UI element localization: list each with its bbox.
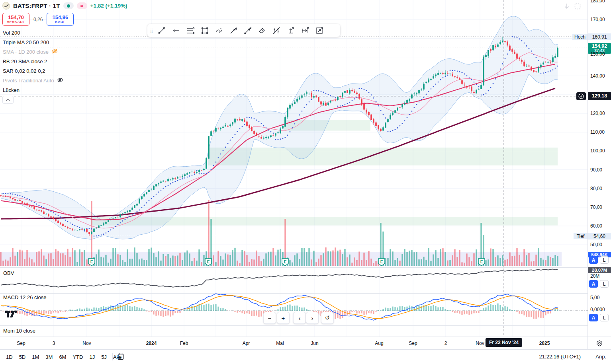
buy-button[interactable]: 154,96KAUF — [47, 13, 74, 26]
crosshair-price-badge: 129,18 — [588, 92, 611, 100]
volume-auto-button[interactable]: A — [589, 256, 598, 264]
legend-item-sar-0-02-0-02-0-2[interactable]: SAR 0,02 0,02 0,2 — [3, 68, 45, 74]
scroll-right-button[interactable]: › — [306, 312, 319, 324]
symbol-title[interactable]: BATS:FRPT · 1T — [13, 2, 60, 9]
mom-pane-title[interactable]: Mom 10 close — [3, 328, 35, 334]
price-tick-140: 140,00 — [590, 73, 605, 79]
svg-text:E: E — [90, 260, 93, 264]
bottom-toolbar: 1D5D1M3M6MYTD1J5JAlle 21:22:16 (UTC+1) A… — [0, 349, 611, 364]
volume-scale-mode: A L — [589, 256, 609, 264]
visibility-eye-off-icon[interactable] — [57, 77, 63, 84]
obv-auto-button[interactable]: A — [589, 280, 598, 288]
arrow-marker-tool-button[interactable] — [241, 25, 255, 36]
legend-item-label: Lücken — [3, 87, 20, 93]
macd-tick-high: 5,00 — [590, 295, 599, 300]
obv-log-button[interactable]: L — [600, 280, 609, 288]
sell-button[interactable]: 154,70VERKAUF — [2, 13, 29, 26]
zoom-in-button[interactable]: + — [277, 312, 290, 324]
brush-tool-button[interactable] — [212, 25, 226, 36]
rectangle-tool-button[interactable] — [198, 25, 212, 36]
time-axis-label: Jun — [311, 341, 318, 346]
timezone-settings-icon[interactable] — [596, 340, 603, 348]
add-alert-plus-button[interactable] — [576, 92, 586, 100]
crosshair-date-badge: Fr 22 Nov '24 — [486, 338, 522, 347]
time-axis-label: Mai — [276, 341, 284, 346]
chart-canvas[interactable]: EEEEE — [0, 0, 588, 337]
time-axis-label: Aug — [375, 341, 383, 346]
scroll-to-recent-icon[interactable] — [563, 2, 571, 12]
legend-item-triple-ma-20-50-200[interactable]: Triple MA 20 50 200 — [3, 39, 49, 45]
plus-circle-icon — [578, 93, 584, 99]
price-tick-70: 70,00 — [590, 204, 602, 210]
bars-pattern-tool-button[interactable] — [269, 25, 284, 36]
time-axis-label: Sep — [409, 341, 417, 346]
time-axis-label: 3 — [53, 341, 55, 346]
eraser-tool-button[interactable] — [255, 25, 269, 36]
price-tick-150-partial: 150,00 — [590, 51, 605, 57]
price-tick-120: 120,00 — [590, 111, 605, 116]
time-axis-label: 2 — [445, 341, 447, 346]
macd-pane-title[interactable]: MACD 12 26 close — [3, 294, 46, 300]
interval-button-ytd[interactable]: YTD — [70, 352, 86, 362]
time-axis[interactable]: Fr 22 Nov '24 Sep3Nov2024FebAprMaiJunAug… — [0, 337, 611, 350]
market-open-dot-icon — [67, 4, 70, 8]
clock-text[interactable]: 21:22:16 (UTC+1) — [539, 354, 581, 360]
legend-item-sma-1d-200-close[interactable]: SMA · 1D 200 close — [3, 49, 58, 55]
chart-application: EEEEE 160,91 154,92 37:43 150,00 129,18 … — [0, 0, 611, 364]
date-range-tool-button[interactable] — [298, 25, 312, 36]
price-change: +1,82 (+1,19%) — [90, 3, 127, 9]
header: BATS:FRPT · 1T ≈ +1,82 (+1,19%) 154,70VE… — [0, 0, 167, 28]
volume-log-button[interactable]: L — [600, 256, 609, 264]
interval-buttons: 1D5D1M3M6MYTD1J5JAlle — [3, 352, 125, 362]
price-tick-50: 50,00 — [590, 242, 602, 247]
macd-scale-mode: A L — [589, 314, 609, 321]
adjust-toggle[interactable]: Anp. — [595, 354, 606, 360]
legend-item-label: Vol 200 — [3, 30, 20, 36]
obv-pane-title[interactable]: OBV — [3, 270, 14, 276]
collapse-legend-button[interactable] — [2, 96, 14, 104]
interval-button-6m[interactable]: 6M — [56, 352, 69, 362]
macd-log-button[interactable]: L — [600, 314, 609, 321]
svg-text:E: E — [480, 260, 483, 264]
time-axis-label: Nov — [476, 341, 484, 346]
toolbar-drag-handle[interactable]: ⣿ — [149, 25, 155, 36]
scroll-left-button[interactable]: ‹ — [293, 312, 306, 324]
fib-retracement-tool-button[interactable] — [183, 25, 198, 36]
tradingview-logo[interactable] — [5, 309, 19, 320]
price-tick-170: 170,00 — [590, 17, 605, 22]
legend-item-pivots-traditional-auto[interactable]: Pivots Traditional Auto — [3, 77, 63, 84]
trend-line-tool-button[interactable] — [155, 25, 169, 36]
interval-button-5d[interactable]: 5D — [16, 352, 29, 362]
spread-value: 0,26 — [33, 17, 43, 22]
legend-item-label: Pivots Traditional Auto — [3, 78, 54, 84]
legend-item-label: SAR 0,02 0,02 0,2 — [3, 68, 45, 74]
legend-item-bb-20-sma-close-2[interactable]: BB 20 SMA close 2 — [3, 58, 47, 64]
interval-button-5j[interactable]: 5J — [98, 352, 110, 362]
interval-button-1j[interactable]: 1J — [86, 352, 98, 362]
horizontal-line-tool-button[interactable] — [169, 25, 183, 36]
time-axis-label: Nov — [82, 341, 91, 346]
date-price-range-tool-button[interactable] — [312, 25, 327, 36]
legend-item-l-cken[interactable]: Lücken — [3, 87, 20, 93]
price-range-tool-button[interactable] — [284, 25, 298, 36]
interval-button-1d[interactable]: 1D — [3, 352, 16, 362]
interval-button-1m[interactable]: 1M — [29, 352, 42, 362]
zoom-out-button[interactable]: − — [263, 312, 276, 324]
visibility-eye-off-icon[interactable] — [51, 49, 58, 55]
interval-button-3m[interactable]: 3M — [43, 352, 55, 362]
price-tick-80: 80,00 — [590, 186, 602, 191]
svg-text:E: E — [207, 260, 210, 264]
time-axis-label: 2024 — [146, 341, 157, 346]
market-status-pill[interactable] — [63, 2, 74, 9]
price-axis[interactable]: 160,91 154,92 37:43 150,00 129,18 54,60 … — [588, 0, 611, 337]
maximize-pane-icon[interactable] — [574, 2, 582, 12]
obv-scale-mode: A L — [589, 280, 609, 288]
legend-item-label: BB 20 SMA close 2 — [3, 58, 47, 64]
time-axis-label: Feb — [180, 341, 188, 346]
arrow-tool-button[interactable] — [226, 25, 241, 36]
reset-view-button[interactable]: ↺ — [321, 312, 334, 324]
ideas-wave-pill[interactable]: ≈ — [77, 2, 87, 9]
macd-auto-button[interactable]: A — [589, 314, 598, 321]
legend-item-vol-200[interactable]: Vol 200 — [3, 29, 20, 36]
go-to-date-button[interactable] — [116, 352, 125, 362]
